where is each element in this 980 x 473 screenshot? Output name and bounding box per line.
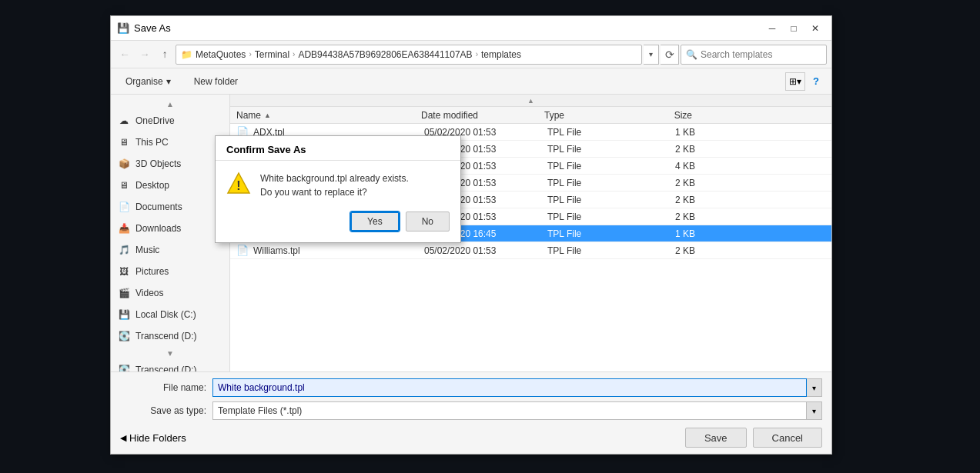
sidebar-item-label: Pictures [135,266,169,277]
breadcrumb-part-2: Terminal [255,49,289,60]
hide-folders-chevron-icon: ◀ [120,433,126,443]
svg-text:!: ! [236,179,240,192]
save-as-dialog: 💾 Save As ─ □ ✕ ← → ↑ 📁 MetaQuotes › Ter… [110,15,832,455]
chevron-icon-2: › [293,50,295,58]
confirm-title: Confirm Save As [216,136,460,161]
confirm-message: White background.tpl already exists. Do … [260,172,409,199]
filename-input[interactable] [212,378,807,397]
chevron-icon-3: › [476,50,478,58]
thispc-icon: 🖥 [117,135,131,149]
column-type[interactable]: Type [544,110,637,121]
hide-folders-toggle[interactable]: ◀ Hide Folders [120,428,679,448]
search-icon: 🔍 [686,49,697,60]
minimize-button[interactable]: ─ [762,21,782,36]
help-button[interactable]: ? [807,72,825,91]
search-input[interactable] [701,49,821,60]
close-button[interactable]: ✕ [805,21,825,36]
confirm-no-button[interactable]: No [406,212,450,232]
sidebar-item-transcendd1[interactable]: 💽 Transcend (D:) [111,325,229,347]
localc-icon: 💾 [117,308,131,321]
column-size[interactable]: Size [637,110,698,121]
sidebar-item-desktop[interactable]: 🖥 Desktop [111,175,229,196]
cancel-button[interactable]: Cancel [753,428,822,448]
sidebar-item-localc[interactable]: 💾 Local Disk (C:) [111,304,229,325]
sidebar-item-transcendd2[interactable]: 💽 Transcend (D:) [111,359,229,371]
save-button[interactable]: Save [685,428,747,448]
breadcrumb-part-4: templates [481,49,521,60]
sidebar-item-downloads[interactable]: 📥 Downloads [111,218,229,239]
column-name[interactable]: Name ▲ [236,110,421,121]
navigation-toolbar: ← → ↑ 📁 MetaQuotes › Terminal › ADB94438… [111,41,831,68]
confirm-line1: White background.tpl already exists. [260,172,409,185]
sidebar-item-documents[interactable]: 📄 Documents [111,196,229,218]
breadcrumb-part-3: ADB94438A57B9692806EA638441107AB [298,49,472,60]
chevron-icon-1: › [249,50,251,58]
sidebar-item-videos[interactable]: 🎬 Videos [111,282,229,304]
sort-arrow-icon: ▲ [264,112,271,119]
new-folder-button[interactable]: New folder [186,72,246,91]
transcend-icon: 💽 [117,329,131,343]
organise-button[interactable]: Organise ▾ [117,72,179,91]
sidebar-item-onedrive[interactable]: ☁ OneDrive [111,110,229,132]
search-box: 🔍 [681,45,827,65]
sidebar-scroll-down[interactable]: ▼ [111,347,229,359]
breadcrumb[interactable]: 📁 MetaQuotes › Terminal › ADB94438A57B96… [176,45,642,65]
scroll-up-indicator[interactable]: ▲ [230,95,831,107]
back-button[interactable]: ← [115,45,134,64]
organise-chevron-icon: ▾ [166,76,171,87]
action-buttons: ◀ Hide Folders Save Cancel [120,425,822,448]
sidebar: ▲ ☁ OneDrive 🖥 This PC 📦 3D Objects 🖥 De… [111,95,230,371]
sidebar-item-pictures[interactable]: 🖼 Pictures [111,261,229,282]
breadcrumb-dropdown-button[interactable]: ▾ [644,45,659,65]
confirm-yes-button[interactable]: Yes [350,212,400,232]
dialog-title: Save As [134,22,762,34]
refresh-button[interactable]: ⟳ [661,45,679,65]
pictures-icon: 🖼 [117,265,131,278]
onedrive-icon: ☁ [117,114,131,128]
filename-row: File name: ▾ [120,378,822,397]
hide-folders-label: Hide Folders [129,432,186,444]
savetype-value: Template Files (*.tpl) [218,405,302,416]
new-folder-label: New folder [194,76,238,87]
desktop-icon: 🖥 [117,178,131,192]
savetype-dropdown-button[interactable]: ▾ [807,401,822,420]
sidebar-scroll-up[interactable]: ▲ [111,98,229,110]
column-date[interactable]: Date modified [421,110,544,121]
savetype-label: Save as type: [120,405,212,416]
confirm-dialog: Confirm Save As ! White background.tpl a… [215,135,461,243]
dialog-icon: 💾 [117,22,129,35]
warning-icon: ! [226,172,251,196]
sidebar-item-label: 3D Objects [135,158,181,169]
view-button[interactable]: ⊞▾ [785,72,805,91]
sidebar-item-label: This PC [135,137,169,148]
sidebar-item-label: Transcend (D:) [135,331,197,341]
forward-button[interactable]: → [135,45,154,64]
breadcrumb-icon: 📁 [181,49,192,60]
sidebar-item-thispc[interactable]: 🖥 This PC [111,132,229,153]
sidebar-item-label: Local Disk (C:) [135,309,196,320]
savetype-select[interactable]: Template Files (*.tpl) [212,401,807,420]
sidebar-item-label: Videos [135,288,163,298]
file-icon: 📄 [236,245,250,256]
sidebar-item-label: Transcend (D:) [135,365,197,371]
sidebar-item-label: Music [135,245,159,255]
up-button[interactable]: ↑ [156,45,174,64]
sidebar-item-label: OneDrive [135,115,175,126]
filename-dropdown-button[interactable]: ▾ [807,378,822,397]
maximize-button[interactable]: □ [784,21,804,36]
table-row[interactable]: 📄 Williams.tpl 05/02/2020 01:53 TPL File… [230,242,831,259]
sidebar-item-music[interactable]: 🎵 Music [111,239,229,261]
filename-label: File name: [120,382,212,393]
sidebar-item-label: Documents [135,202,182,212]
sidebar-item-3dobjects[interactable]: 📦 3D Objects [111,153,229,175]
sidebar-item-label: Downloads [135,223,181,234]
confirm-body: ! White background.tpl already exists. D… [216,161,460,207]
transcend2-icon: 💽 [117,363,131,371]
videos-icon: 🎬 [117,286,131,300]
savetype-row: Save as type: Template Files (*.tpl) ▾ [120,401,822,420]
confirm-line2: Do you want to replace it? [260,185,409,199]
documents-icon: 📄 [117,200,131,214]
action-bar: Organise ▾ New folder ⊞▾ ? [111,68,831,95]
confirm-buttons: Yes No [216,207,460,242]
organise-label: Organise [125,76,163,87]
